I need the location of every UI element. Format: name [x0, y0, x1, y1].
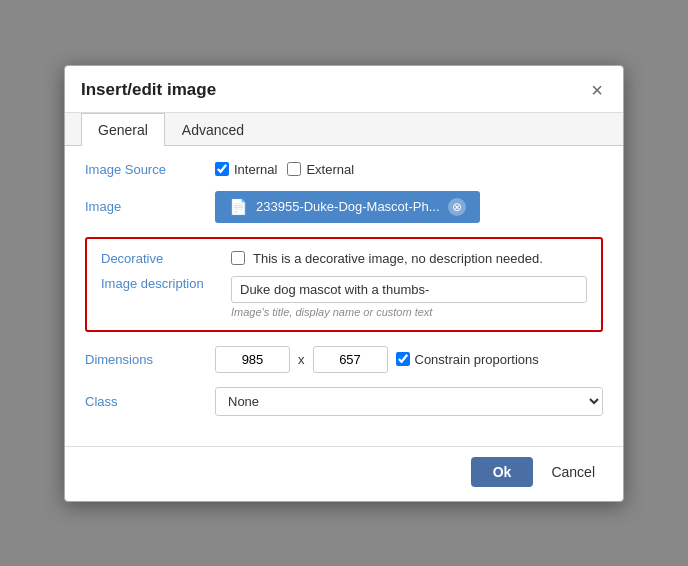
width-input[interactable] — [215, 346, 290, 373]
dim-separator: x — [298, 352, 305, 367]
decorative-controls: This is a decorative image, no descripti… — [231, 251, 587, 266]
constrain-checkbox[interactable] — [396, 352, 410, 366]
height-input[interactable] — [313, 346, 388, 373]
external-checkbox-group: External — [287, 162, 354, 177]
internal-checkbox[interactable] — [215, 162, 229, 176]
decorative-label: Decorative — [101, 251, 231, 266]
dialog-header: Insert/edit image × — [65, 66, 623, 113]
image-picker-button[interactable]: 📄 233955-Duke-Dog-Mascot-Ph... ⊗ — [215, 191, 480, 223]
image-label: Image — [85, 199, 215, 214]
image-description-input[interactable] — [231, 276, 587, 303]
cancel-button[interactable]: Cancel — [543, 457, 603, 487]
class-label: Class — [85, 394, 215, 409]
insert-edit-image-dialog: Insert/edit image × General Advanced Ima… — [64, 65, 624, 502]
decorative-row: Decorative This is a decorative image, n… — [101, 251, 587, 266]
close-button[interactable]: × — [587, 78, 607, 102]
constrain-label: Constrain proportions — [415, 352, 539, 367]
image-description-row: Image description Image's title, display… — [101, 276, 587, 318]
dimensions-label: Dimensions — [85, 352, 215, 367]
tab-general[interactable]: General — [81, 113, 165, 146]
image-description-label: Image description — [101, 276, 231, 291]
image-source-label: Image Source — [85, 162, 215, 177]
image-controls: 📄 233955-Duke-Dog-Mascot-Ph... ⊗ — [215, 191, 603, 223]
accessibility-section: Decorative This is a decorative image, n… — [85, 237, 603, 332]
dialog-footer: Ok Cancel — [65, 446, 623, 501]
tab-advanced[interactable]: Advanced — [165, 113, 261, 146]
dimensions-controls: x Constrain proportions — [215, 346, 603, 373]
image-description-hint: Image's title, display name or custom te… — [231, 306, 587, 318]
dimensions-row: Dimensions x Constrain proportions — [85, 346, 603, 373]
image-source-row: Image Source Internal External — [85, 162, 603, 177]
dialog-title: Insert/edit image — [81, 80, 216, 100]
image-source-controls: Internal External — [215, 162, 603, 177]
file-icon: 📄 — [229, 198, 248, 216]
ok-button[interactable]: Ok — [471, 457, 534, 487]
internal-label: Internal — [234, 162, 277, 177]
external-label: External — [306, 162, 354, 177]
decorative-checkbox-label: This is a decorative image, no descripti… — [253, 251, 543, 266]
constrain-group: Constrain proportions — [396, 352, 539, 367]
dims-input-group: x Constrain proportions — [215, 346, 539, 373]
external-checkbox[interactable] — [287, 162, 301, 176]
internal-checkbox-group: Internal — [215, 162, 277, 177]
decorative-checkbox[interactable] — [231, 251, 245, 265]
dialog-body: Image Source Internal External Image 📄 2… — [65, 146, 623, 446]
file-name-text: 233955-Duke-Dog-Mascot-Ph... — [256, 199, 440, 214]
image-description-controls: Image's title, display name or custom te… — [231, 276, 587, 318]
class-row: Class None img-responsive img-thumbnail … — [85, 387, 603, 416]
decorative-checkbox-row: This is a decorative image, no descripti… — [231, 251, 587, 266]
tabs-bar: General Advanced — [65, 113, 623, 146]
class-controls: None img-responsive img-thumbnail img-ro… — [215, 387, 603, 416]
clear-image-icon[interactable]: ⊗ — [448, 198, 466, 216]
class-select[interactable]: None img-responsive img-thumbnail img-ro… — [215, 387, 603, 416]
image-row: Image 📄 233955-Duke-Dog-Mascot-Ph... ⊗ — [85, 191, 603, 223]
